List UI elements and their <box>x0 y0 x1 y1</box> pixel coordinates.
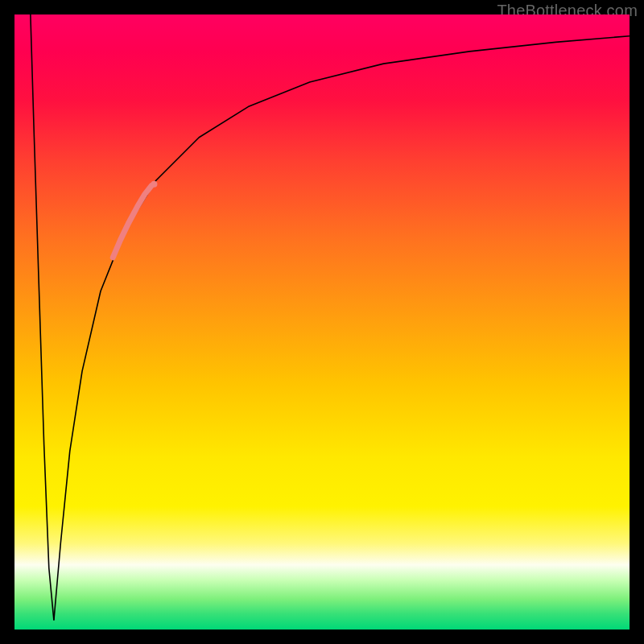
highlight-end-dot <box>151 181 157 188</box>
ascending-curve <box>54 36 630 621</box>
chart-svg <box>14 14 630 630</box>
descending-branch <box>31 14 54 621</box>
highlight-segment <box>113 185 151 257</box>
chart-container: TheBottleneck.com <box>0 0 644 644</box>
plot-area <box>14 14 630 630</box>
